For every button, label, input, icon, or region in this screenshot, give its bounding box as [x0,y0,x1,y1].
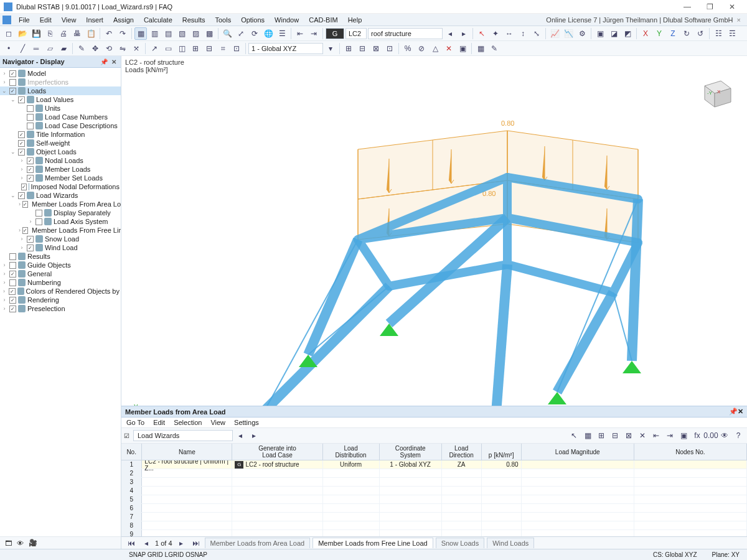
rotx-icon[interactable]: ↻ [680,27,693,40]
g4-icon[interactable]: ⊡ [383,42,396,55]
r5-icon[interactable]: ▦ [474,42,487,55]
prev-page-icon[interactable]: ◂ [140,537,153,549]
r1-icon[interactable]: ⊘ [415,42,428,55]
tb4-icon[interactable]: ⊟ [609,429,621,442]
table-row[interactable]: 8 [121,521,747,530]
nav-eye-icon[interactable]: 👁 [17,539,24,547]
axis-menu-icon[interactable]: ▾ [324,42,337,55]
edit-icon[interactable]: ✎ [75,42,88,55]
tree-item[interactable]: Display Separately [0,208,121,217]
snap-icon[interactable]: ✦ [489,27,502,40]
rot-icon[interactable]: ⟲ [103,42,115,55]
tree-item[interactable]: ⌄✓Object Loads [0,147,121,156]
tree-item[interactable]: ›✓Member Loads From Free Lin... [0,226,121,235]
table-row[interactable]: 1 LC2 - roof structure | Uniform | Z... … [121,460,747,469]
globe-icon[interactable]: 🌐 [262,27,275,40]
open-icon[interactable]: 📂 [16,27,29,40]
view-mode3-icon[interactable]: ▤ [162,27,174,40]
tab-wind-loads[interactable]: Wind Loads [487,538,534,548]
tree-item[interactable]: ›✓Model [0,69,121,78]
tb5-icon[interactable]: ⊠ [622,429,635,442]
menu-calculate[interactable]: Calculate [139,15,177,25]
first-page-icon[interactable]: ⏮ [125,537,138,549]
menu-insert[interactable]: Insert [81,15,108,25]
dim-icon[interactable]: ↔ [503,27,515,40]
tree-item[interactable]: ›Guide Objects [0,261,121,269]
tree-item[interactable]: ✓Title Information [0,130,121,139]
dim3-icon[interactable]: ⤡ [530,27,543,40]
saveall-icon[interactable]: ⎘ [44,27,56,40]
nav-cam-icon[interactable]: 🎥 [29,539,37,547]
tree-item[interactable]: ›Load Axis System [0,217,121,226]
navigator-close-icon[interactable]: ✕ [110,57,118,66]
model-canvas[interactable]: 0.80 0.80 [121,56,747,454]
layer2-icon[interactable]: ☶ [726,27,738,40]
tb13-icon[interactable]: ? [732,429,745,442]
panel-menu-goto[interactable]: Go To [126,419,144,426]
zoom-fit-icon[interactable]: ⤢ [235,27,247,40]
copy-icon[interactable]: 📋 [85,27,97,40]
select-icon[interactable]: ↖ [476,27,488,40]
close-button[interactable]: ✕ [721,1,743,13]
c2-icon[interactable]: ⊞ [189,42,202,55]
status-snap[interactable]: SNAP GRID LGRID OSNAP [121,551,215,558]
minimize-button[interactable]: ― [676,1,698,13]
tree-item[interactable]: Load Case Numbers [0,113,121,121]
tree-item[interactable]: ›✓Member Loads From Area Load [0,200,121,208]
axisy-icon[interactable]: Y [653,27,665,40]
tb10-icon[interactable]: fx [691,429,703,442]
view-cube[interactable]: X -Y [697,75,735,112]
tab-snow-loads[interactable]: Snow Loads [436,538,485,548]
tab-area-load[interactable]: Member Loads from Area Load [205,538,311,548]
tree-item[interactable]: ›✓Snow Load [0,235,121,243]
tree-item[interactable]: ›✓Member Set Loads [0,174,121,182]
nav-data-icon[interactable]: 🗔 [5,539,12,547]
cube-icon[interactable]: ▣ [594,27,606,40]
next-page-icon[interactable]: ▸ [175,537,187,549]
cube3-icon[interactable]: ◩ [621,27,634,40]
cube2-icon[interactable]: ◪ [608,27,620,40]
r4-icon[interactable]: ▣ [456,42,469,55]
table-row[interactable]: 2 [121,469,747,478]
r3-icon[interactable]: ✕ [443,42,455,55]
axis-dropdown[interactable]: 1 - Global XYZ [248,43,323,54]
maximize-button[interactable]: ❐ [698,1,721,13]
table-row[interactable]: 5 [121,495,747,504]
menu-options[interactable]: Options [236,15,270,25]
tb3-icon[interactable]: ⊞ [595,429,608,442]
mirror-icon[interactable]: ⇋ [116,42,129,55]
r6-icon[interactable]: ✎ [488,42,500,55]
filter-next-icon[interactable]: ▸ [248,429,260,442]
tree-item[interactable]: ✓Imposed Nodal Deformations [0,182,121,191]
tree-item[interactable]: ›✓Nodal Loads [0,156,121,165]
tree-item[interactable]: ›✓Member Loads [0,165,121,174]
menu-window[interactable]: Window [270,15,304,25]
table-row[interactable]: 4 [121,487,747,495]
panel-menu-selection[interactable]: Selection [174,419,202,426]
view-mode6-icon[interactable]: ▩ [203,27,215,40]
menu-file[interactable]: File [14,15,35,25]
tree-item[interactable]: ✓Self-weight [0,139,121,147]
dim2-icon[interactable]: ↕ [517,27,529,40]
tree-item[interactable]: Units [0,104,121,113]
c1-icon[interactable]: ◫ [176,42,188,55]
g1-icon[interactable]: ⊞ [342,42,355,55]
lc-next-icon[interactable]: ▸ [458,27,470,40]
arrow-icon[interactable]: ↗ [148,42,161,55]
tb12-icon[interactable]: 👁 [718,429,731,442]
graph2-icon[interactable]: 📉 [562,27,575,40]
lc-prev-icon[interactable]: ◂ [444,27,456,40]
undo-icon[interactable]: ↶ [103,27,115,40]
save-icon[interactable]: 💾 [30,27,42,40]
table-row[interactable]: 6 [121,504,747,513]
nav-left-icon[interactable]: ⇤ [294,27,306,40]
menu-view[interactable]: View [57,15,82,25]
panel-menu-view[interactable]: View [210,419,225,426]
node-icon[interactable]: • [2,42,15,55]
view-mode4-icon[interactable]: ▧ [176,27,188,40]
line-icon[interactable]: ╱ [16,42,29,55]
panel-close-icon[interactable]: ✕ [738,408,743,416]
axisx-icon[interactable]: X [639,27,652,40]
surf-icon[interactable]: ▱ [44,42,56,55]
axisz-icon[interactable]: Z [667,27,679,40]
